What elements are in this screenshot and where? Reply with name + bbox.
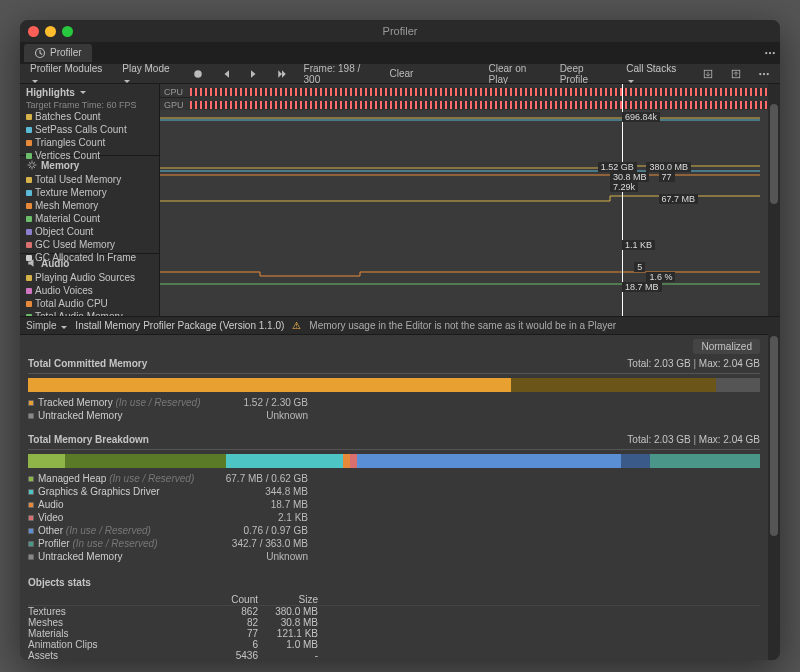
legend-item: Material Count xyxy=(26,212,153,225)
profiler-modules-dropdown[interactable]: Profiler Modules xyxy=(24,61,112,87)
detail-mode-dropdown[interactable]: Simple xyxy=(26,320,67,331)
committed-section: Total Committed Memory Total: 2.03 GB | … xyxy=(28,354,760,374)
svg-point-3 xyxy=(773,52,775,54)
svg-point-7 xyxy=(759,73,761,75)
legend-item: GC Used Memory xyxy=(26,238,153,251)
legend-item: Batches Count xyxy=(26,110,153,123)
chart-panel[interactable]: CPU GPU 696.84k xyxy=(160,84,768,316)
legend-item: Total Audio CPU xyxy=(26,297,153,310)
svg-point-2 xyxy=(769,52,771,54)
table-row: Materials77121.1 KB xyxy=(28,628,760,639)
window-controls xyxy=(28,26,73,37)
normalized-toggle[interactable]: Normalized xyxy=(693,339,760,354)
tab-label: Profiler xyxy=(50,47,82,58)
install-package-link[interactable]: Install Memory Profiler Package (Version… xyxy=(75,320,284,331)
breakdown-section: Total Memory Breakdown Total: 2.03 GB | … xyxy=(28,430,760,450)
window-title: Profiler xyxy=(383,25,418,37)
objects-section: Objects stats xyxy=(28,573,760,592)
maximize-icon[interactable] xyxy=(62,26,73,37)
next-frame-button[interactable] xyxy=(242,65,266,81)
clear-button[interactable]: Clear xyxy=(384,66,420,81)
last-frame-button[interactable] xyxy=(270,65,294,81)
tab-profiler[interactable]: Profiler xyxy=(24,44,92,62)
close-icon[interactable] xyxy=(28,26,39,37)
svg-point-10 xyxy=(30,163,35,168)
legend-item: Playing Audio Sources xyxy=(26,271,153,284)
warning-text: Memory usage in the Editor is not the sa… xyxy=(309,320,616,331)
memory-row: Managed Heap (In use / Reserved)67.7 MB … xyxy=(28,472,760,485)
table-row: Textures862380.0 MB xyxy=(28,606,760,617)
save-button[interactable] xyxy=(696,65,720,81)
speaker-icon xyxy=(26,257,38,269)
table-row: Animation Clips61.0 MB xyxy=(28,639,760,650)
svg-point-1 xyxy=(765,52,767,54)
toolbar: Profiler Modules Play Mode Frame: 198 / … xyxy=(20,64,780,84)
memory-row: Audio 18.7 MB xyxy=(28,498,760,511)
legend-item: Mesh Memory xyxy=(26,199,153,212)
gear-icon xyxy=(26,159,38,171)
memory-row: Profiler (In use / Reserved)342.7 / 363.… xyxy=(28,537,760,550)
table-row: Meshes8230.8 MB xyxy=(28,617,760,628)
legend-item: Audio Voices xyxy=(26,284,153,297)
detail-bar: Simple Install Memory Profiler Package (… xyxy=(20,316,780,334)
breakdown-bar xyxy=(28,454,760,468)
profiler-window: Profiler Profiler Profiler Modules Play … xyxy=(20,20,780,660)
memory-row: Video 2.1 KB xyxy=(28,511,760,524)
memory-row: Untracked Memory Unknown xyxy=(28,550,760,563)
committed-bar xyxy=(28,378,760,392)
table-row: Assets5436- xyxy=(28,650,760,660)
legend-item: Triangles Count xyxy=(26,136,153,149)
module-highlights[interactable]: Highlights Target Frame Time: 60 FPS Bat… xyxy=(20,84,159,156)
more-icon[interactable] xyxy=(764,47,776,59)
memory-row: Untracked Memory Unknown xyxy=(28,409,760,422)
svg-point-8 xyxy=(763,73,765,75)
profiler-charts: Highlights Target Frame Time: 60 FPS Bat… xyxy=(20,84,780,316)
modules-panel: Highlights Target Frame Time: 60 FPS Bat… xyxy=(20,84,160,316)
tab-icon xyxy=(34,47,46,59)
memory-row: Other (In use / Reserved)0.76 / 0.97 GB xyxy=(28,524,760,537)
play-mode-dropdown[interactable]: Play Mode xyxy=(116,61,181,87)
clear-on-play-toggle[interactable]: Clear on Play xyxy=(483,61,550,87)
record-button[interactable] xyxy=(186,65,210,81)
load-button[interactable] xyxy=(724,65,748,81)
chart-scrollbar[interactable] xyxy=(768,84,780,316)
frame-indicator[interactable]: Frame: 198 / 300 xyxy=(298,61,380,87)
details-panel: Normalized Total Committed Memory Total:… xyxy=(20,334,768,660)
toolbar-more-icon[interactable] xyxy=(752,65,776,81)
titlebar: Profiler xyxy=(20,20,780,42)
svg-point-4 xyxy=(194,70,202,78)
warning-icon: ⚠ xyxy=(292,320,301,331)
prev-frame-button[interactable] xyxy=(214,65,238,81)
legend-item: Total Used Memory xyxy=(26,173,153,186)
legend-item: SetPass Calls Count xyxy=(26,123,153,136)
objects-table: CountSize Textures862380.0 MBMeshes8230.… xyxy=(28,594,760,660)
legend-item: Object Count xyxy=(26,225,153,238)
deep-profile-toggle[interactable]: Deep Profile xyxy=(554,61,617,87)
svg-point-9 xyxy=(767,73,769,75)
call-stacks-dropdown[interactable]: Call Stacks xyxy=(620,61,688,87)
module-memory[interactable]: Memory Total Used MemoryTexture MemoryMe… xyxy=(20,156,159,254)
memory-row: Tracked Memory (In use / Reserved)1.52 /… xyxy=(28,396,760,409)
memory-row: Graphics & Graphics Driver 344.8 MB xyxy=(28,485,760,498)
legend-item: Texture Memory xyxy=(26,186,153,199)
details-scrollbar[interactable] xyxy=(768,334,780,660)
minimize-icon[interactable] xyxy=(45,26,56,37)
